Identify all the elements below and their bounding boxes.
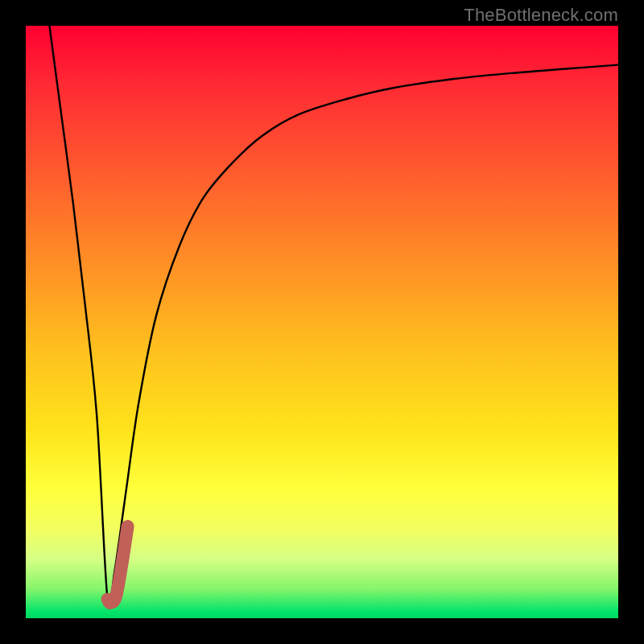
chart-svg [26,26,618,618]
highlight-segment-path [108,526,128,603]
chart-frame: TheBottleneck.com [0,0,644,644]
plot-area [26,26,618,618]
bottleneck-curve-path [49,26,618,609]
watermark-text: TheBottleneck.com [464,5,618,26]
